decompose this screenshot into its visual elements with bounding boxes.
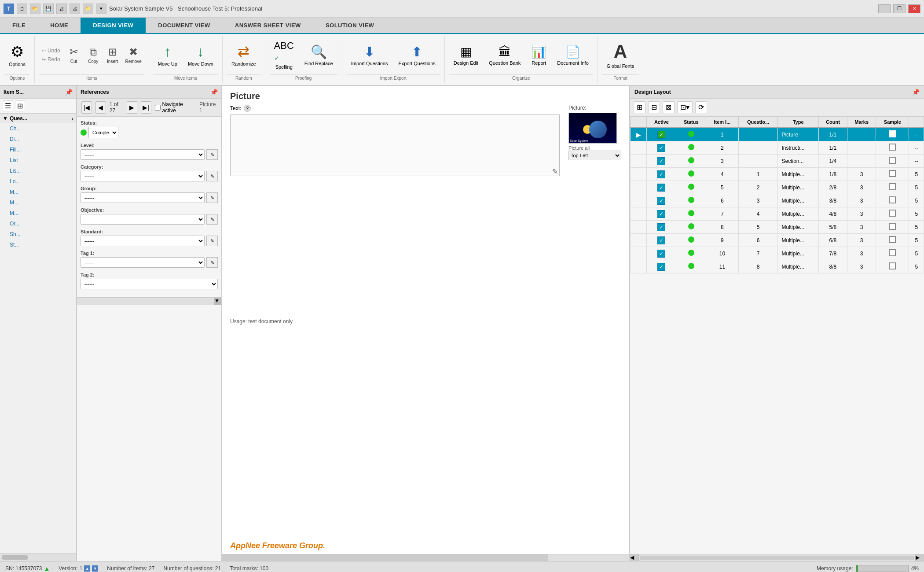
open-icon[interactable]: 📂	[30, 4, 40, 14]
row-active[interactable]: ✓	[647, 155, 676, 168]
level-select[interactable]: ------	[81, 149, 205, 160]
options-button[interactable]: ⚙ Options	[4, 40, 30, 70]
tab-document-view[interactable]: DOCUMENT VIEW	[146, 18, 222, 33]
move-down-button[interactable]: ↓ Move Down	[183, 41, 218, 70]
nav-first-button[interactable]: |◀	[81, 101, 92, 114]
th-question[interactable]: Questio...	[738, 117, 778, 128]
standard-select[interactable]: ------	[81, 236, 205, 246]
row-sample[interactable]	[876, 168, 909, 181]
list-item[interactable]: M...	[0, 197, 76, 208]
undo-button[interactable]: ↩ Undo	[39, 47, 63, 55]
table-row[interactable]: ✓41Multiple...1/835	[631, 168, 924, 181]
th-marks[interactable]: Marks	[847, 117, 876, 128]
folder-icon[interactable]: 📁	[83, 4, 93, 14]
design-scrollbar[interactable]: ◀ ▶	[630, 554, 924, 561]
row-active[interactable]: ✓	[647, 221, 676, 234]
row-sample[interactable]	[876, 155, 909, 168]
spelling-button[interactable]: ABC✓ Spelling	[270, 37, 298, 73]
ref-scroll-down[interactable]: ▼	[214, 298, 221, 305]
row-sample[interactable]	[876, 260, 909, 273]
tab-design-view[interactable]: DESIGN VIEW	[81, 18, 146, 33]
group-select[interactable]: ------	[81, 192, 205, 203]
close-button[interactable]: ✕	[908, 4, 920, 13]
list-item[interactable]: Lo...	[0, 176, 76, 187]
list-view-button[interactable]: ☰	[3, 100, 13, 111]
row-active[interactable]: ✓	[647, 207, 676, 221]
cut-button[interactable]: ✂ Cut	[65, 44, 83, 66]
row-sample[interactable]	[876, 141, 909, 155]
th-count[interactable]: Count	[818, 117, 847, 128]
table-row[interactable]: ✓96Multiple...6/835	[631, 234, 924, 247]
design-tool-dropdown[interactable]: ⊡▾	[677, 101, 693, 113]
new-icon[interactable]: 🗋	[17, 4, 27, 14]
design-pin-icon[interactable]: 📌	[912, 89, 920, 96]
standard-edit-button[interactable]: ✎	[206, 236, 218, 246]
item-group-header[interactable]: ▼ Ques... ›	[0, 114, 76, 123]
design-tool-3[interactable]: ⊠	[663, 101, 675, 113]
references-pin-icon[interactable]: 📌	[210, 89, 218, 96]
category-edit-button[interactable]: ✎	[206, 171, 218, 181]
table-row[interactable]: ✓3Section...1/4--	[631, 155, 924, 168]
row-sample[interactable]	[876, 234, 909, 247]
remove-button[interactable]: ✖ Remove	[123, 44, 144, 66]
th-sample[interactable]: Sample	[876, 117, 909, 128]
nav-last-button[interactable]: ▶|	[141, 101, 151, 114]
print-preview-icon[interactable]: 🖨	[56, 4, 67, 14]
row-active[interactable]: ✓	[647, 128, 676, 141]
row-active[interactable]: ✓	[647, 234, 676, 247]
row-active[interactable]: ✓	[647, 141, 676, 155]
minimize-button[interactable]: ─	[878, 4, 891, 13]
nav-next-button[interactable]: ▶	[127, 101, 137, 114]
design-tool-1[interactable]: ⊞	[634, 101, 645, 113]
list-item[interactable]: Di...	[0, 134, 76, 144]
th-active[interactable]: Active	[647, 117, 676, 128]
restore-button[interactable]: ❐	[893, 4, 906, 13]
tab-home[interactable]: HOME	[38, 18, 81, 33]
table-row[interactable]: ▶✓1Picture1/1--	[631, 128, 924, 141]
global-fonts-button[interactable]: A Global Fonts	[602, 38, 638, 72]
table-row[interactable]: ✓118Multiple...8/835	[631, 260, 924, 273]
align-select[interactable]: Top Left	[568, 151, 621, 160]
report-button[interactable]: 📊 Report	[527, 42, 551, 69]
tab-file[interactable]: FILE	[0, 18, 38, 33]
editor-scroll-thumb[interactable]	[222, 554, 548, 561]
list-item[interactable]: List	[0, 155, 76, 166]
help-icon[interactable]: ?	[244, 105, 251, 112]
picture-thumbnail[interactable]: Solar System	[568, 113, 617, 144]
text-input[interactable]	[230, 114, 560, 176]
design-tool-2[interactable]: ⊟	[648, 101, 660, 113]
design-edit-button[interactable]: ▦ Design Edit	[449, 42, 483, 69]
version-down-button[interactable]: ▼	[92, 565, 98, 572]
list-item[interactable]: Ch...	[0, 123, 76, 134]
row-active[interactable]: ✓	[647, 194, 676, 207]
list-item[interactable]: Or...	[0, 218, 76, 229]
row-sample[interactable]	[876, 221, 909, 234]
list-item[interactable]: Lis...	[0, 166, 76, 176]
design-tool-refresh[interactable]: ⟳	[695, 101, 707, 113]
redo-button[interactable]: ↪ Redo	[39, 55, 63, 63]
item-panel-scrollbar[interactable]	[0, 553, 76, 561]
row-sample[interactable]	[876, 181, 909, 194]
pin-icon[interactable]: 📌	[65, 89, 73, 96]
category-select[interactable]: ------	[81, 171, 205, 181]
tab-solution-view[interactable]: SOLUTION VIEW	[313, 18, 387, 33]
edit-icon[interactable]: ✎	[552, 167, 558, 176]
version-up-button[interactable]: ▲	[84, 565, 90, 572]
row-active[interactable]: ✓	[647, 181, 676, 194]
th-item[interactable]: Item I...	[706, 117, 738, 128]
level-edit-button[interactable]: ✎	[206, 149, 218, 160]
navigate-active-checkbox[interactable]: Navigate active	[155, 101, 191, 114]
insert-button[interactable]: ⊞ Insert	[103, 44, 122, 66]
th-type[interactable]: Type	[778, 117, 818, 128]
move-up-button[interactable]: ↑ Move Up	[154, 41, 182, 70]
table-row[interactable]: ✓85Multiple...5/835	[631, 221, 924, 234]
row-sample[interactable]	[876, 194, 909, 207]
save-icon[interactable]: 💾	[43, 4, 54, 14]
import-questions-button[interactable]: ⬇ Import Questions	[347, 41, 392, 69]
navigate-active-input[interactable]	[155, 105, 161, 111]
row-sample[interactable]	[876, 247, 909, 260]
row-active[interactable]: ✓	[647, 247, 676, 260]
scrollbar-thumb[interactable]	[2, 555, 28, 560]
list-item[interactable]: St...	[0, 240, 76, 250]
table-row[interactable]: ✓107Multiple...7/835	[631, 247, 924, 260]
